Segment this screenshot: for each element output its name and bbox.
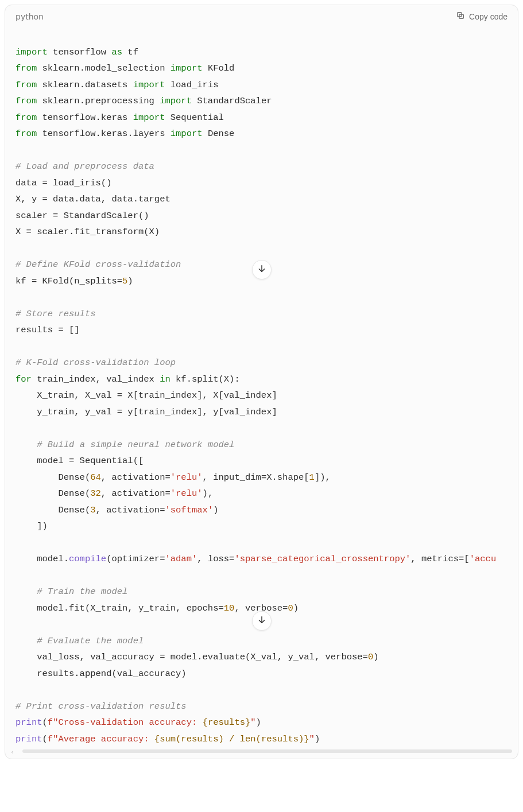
code-block-card: python Copy code import tensorflow as tf… (5, 5, 518, 759)
code-language-label: python (16, 12, 44, 21)
code-content: import tensorflow as tf from sklearn.mod… (16, 28, 507, 747)
arrow-down-icon (257, 615, 266, 627)
scroll-down-button[interactable] (252, 260, 272, 279)
copy-code-label: Copy code (469, 12, 507, 21)
scrollbar-thumb[interactable] (22, 749, 512, 753)
horizontal-scrollbar[interactable]: ‹ (10, 749, 513, 754)
copy-code-button[interactable]: Copy code (456, 11, 507, 22)
code-header: python Copy code (5, 5, 518, 24)
copy-icon (456, 11, 465, 22)
code-body: import tensorflow as tf from sklearn.mod… (5, 24, 518, 759)
arrow-down-icon (257, 264, 266, 275)
code-scroll-area[interactable]: import tensorflow as tf from sklearn.mod… (5, 28, 518, 749)
scroll-down-button[interactable] (252, 611, 272, 631)
scroll-left-arrow-icon: ‹ (11, 748, 13, 756)
